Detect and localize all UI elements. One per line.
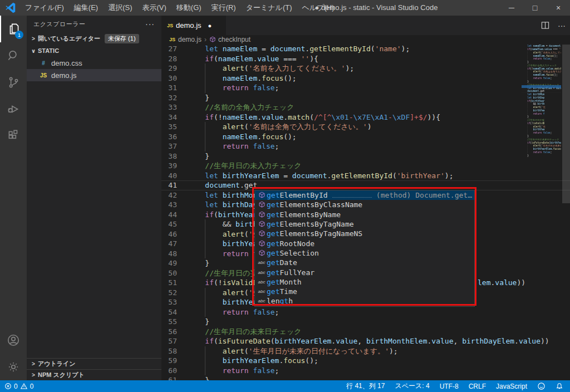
code-line-33[interactable]: 33 //名前の全角入力チェック (161, 102, 570, 112)
code-line-30[interactable]: 30 nameElem.focus(); (161, 74, 570, 84)
split-editor-icon[interactable] (537, 21, 553, 30)
section-アウトライン[interactable]: >アウトライン (27, 358, 161, 369)
suggest-detail: (method) Document.get… (376, 191, 472, 199)
suggest-item-getFullYear[interactable]: abcgetFullYear (255, 267, 474, 277)
accounts-icon[interactable] (0, 327, 27, 354)
cursor-position[interactable]: 行 41、列 17 (346, 381, 385, 391)
warnings-status[interactable]: 0 (20, 383, 34, 390)
open-editors-section[interactable]: > 開いているエディター 未保存 (1) (27, 32, 161, 45)
menu-item-6[interactable]: ターミナル(T) (241, 0, 297, 16)
symbol-method-icon (257, 201, 267, 208)
suggest-item-getMonth[interactable]: abcgetMonth (255, 277, 474, 287)
code-line-35[interactable]: 35 alert('名前は全角で入力してください。') (161, 122, 570, 132)
file-name: demo.css (51, 59, 82, 67)
line-number: 49 (161, 258, 177, 268)
language-mode[interactable]: JavaScript (496, 383, 527, 390)
folder-static-section[interactable]: ∨ STATIC (27, 45, 161, 57)
suggest-item-getDate[interactable]: abcgetDate (255, 258, 474, 267)
line-number: 38 (161, 151, 177, 161)
line-number: 59 (161, 356, 177, 366)
source-control-icon[interactable] (0, 69, 27, 96)
chevron-right-icon: > (29, 361, 38, 367)
line-number: 54 (161, 307, 177, 317)
breadcrumb-file[interactable]: demo.js (178, 36, 202, 43)
search-icon[interactable] (0, 42, 27, 69)
section-NPM スクリプト[interactable]: >NPM スクリプト (27, 369, 161, 380)
code-line-31[interactable]: 31 return false; (161, 83, 570, 93)
suggest-item-getElementsByTagNameNS[interactable]: getElementsByTagNameNS (255, 229, 474, 238)
code-line-27[interactable]: 27 let nameElem = document.getElementByI… (161, 44, 570, 54)
suggest-item-getElementsByName[interactable]: getElementsByName (255, 210, 474, 219)
explorer-icon[interactable]: 1 (0, 16, 27, 42)
suggest-item-length[interactable]: abclength (255, 296, 474, 306)
code-line-61[interactable]: } (522, 154, 561, 157)
tab-demo-js[interactable]: JS demo.js ● (161, 16, 226, 35)
chevron-right-icon: > (29, 372, 38, 378)
warning-triangle-icon (20, 383, 28, 390)
code-line-36[interactable]: 36 nameElem.focus(); (161, 132, 570, 142)
suggest-item-getElementsByClassName[interactable]: getElementsByClassName (255, 200, 474, 209)
chevron-down-icon: ∨ (29, 48, 38, 54)
settings-gear-icon[interactable] (0, 354, 27, 380)
code-line-40[interactable]: 40 let birthYearElem = document.getEleme… (161, 171, 570, 181)
menu-item-2[interactable]: 選択(S) (103, 0, 137, 16)
code-line-38[interactable]: 38 } (161, 151, 570, 161)
code-line-39[interactable]: 39 //生年月日の未入力チェック (161, 161, 570, 171)
explorer-sidebar: エクスプローラー ··· > 開いているエディター 未保存 (1) ∨ STAT… (27, 16, 161, 380)
error-circle-icon (4, 383, 12, 390)
menu-item-3[interactable]: 表示(V) (137, 0, 171, 16)
menu-item-1[interactable]: 編集(E) (69, 0, 103, 16)
maximize-button[interactable]: □ (523, 0, 547, 16)
code-line-61[interactable]: 61 } (161, 375, 570, 380)
notifications-bell-icon[interactable] (556, 383, 563, 390)
breadcrumb[interactable]: JS demo.js › checkInput (161, 35, 570, 44)
minimap-highlight-band (522, 85, 561, 88)
feedback-smiley-icon[interactable] (537, 382, 546, 390)
suggest-label: getElementsByTagNameNS (267, 229, 362, 238)
code-line-55[interactable]: 55 } (161, 317, 570, 327)
minimize-button[interactable]: ─ (500, 0, 523, 16)
editor-more-actions-icon[interactable]: ··· (553, 21, 570, 30)
symbol-text-icon: abc (257, 270, 267, 275)
run-debug-icon[interactable] (0, 96, 27, 122)
code-line-54[interactable]: 54 return false; (161, 307, 570, 317)
breadcrumb-separator: › (204, 36, 207, 43)
line-number: 45 (161, 219, 177, 229)
eol-sequence[interactable]: CRLF (469, 383, 486, 390)
indentation[interactable]: スペース: 4 (395, 381, 429, 391)
extensions-icon[interactable] (0, 122, 27, 149)
file-item-demo.js[interactable]: JSdemo.js (27, 69, 161, 81)
suggest-item-getSelection[interactable]: getSelection (255, 248, 474, 258)
suggest-label: getElementsByName (267, 210, 341, 219)
code-line-34[interactable]: 34 if(!nameElem.value.match(/^[^\x01-\x7… (161, 112, 570, 122)
suggest-item-getRootNode[interactable]: getRootNode (255, 238, 474, 248)
editor-scrollbar[interactable] (562, 45, 570, 203)
menu-item-0[interactable]: ファイル(F) (20, 0, 69, 16)
code-line-58[interactable]: 58 alert('生年月日が未来の日付になっています。'); (161, 346, 570, 356)
code-line-57[interactable]: 57 if(isFutureDate(birthYearElem.value, … (161, 336, 570, 346)
breadcrumb-symbol[interactable]: checkInput (218, 36, 250, 43)
encoding[interactable]: UTF-8 (440, 383, 459, 390)
close-button[interactable]: × (547, 0, 570, 16)
suggest-item-getElementById[interactable]: getElementById(method) Document.get… (255, 190, 474, 200)
code-line-56[interactable]: 56 //生年月日の未来日チェック (161, 327, 570, 337)
code-line-37[interactable]: 37 return false; (161, 141, 570, 151)
suggest-item-getElementsByTagName[interactable]: getElementsByTagName (255, 219, 474, 229)
minimap[interactable]: let nameElem = document.getElementById('… (522, 45, 561, 159)
file-item-demo.css[interactable]: #demo.css (27, 57, 161, 69)
sidebar-more-icon[interactable]: ··· (145, 19, 155, 28)
line-number: 58 (161, 346, 177, 356)
js-file-icon: JS (169, 37, 175, 42)
menu-item-5[interactable]: 実行(R) (207, 0, 241, 16)
code-line-41[interactable]: 41 document.get (161, 180, 570, 190)
code-line-59[interactable]: 59 birthYearElem.focus(); (161, 356, 570, 366)
suggest-item-getTime[interactable]: abcgetTime (255, 287, 474, 296)
symbol-method-icon (257, 240, 267, 247)
menu-item-4[interactable]: 移動(G) (171, 0, 207, 16)
symbol-method-icon (257, 211, 267, 218)
code-line-60[interactable]: 60 return false; (161, 366, 570, 376)
code-line-32[interactable]: 32 } (161, 93, 570, 103)
code-line-28[interactable]: 28 if(nameElem.value === ''){ (161, 54, 570, 64)
code-line-29[interactable]: 29 alert('名前を入力してください。'); (161, 63, 570, 74)
errors-status[interactable]: 0 (4, 383, 18, 390)
